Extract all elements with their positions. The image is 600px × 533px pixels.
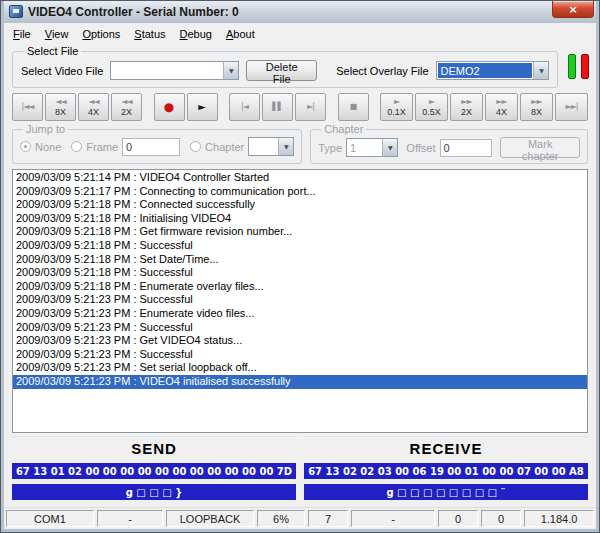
send-title: SEND	[12, 438, 296, 458]
log-list[interactable]: 2009/03/09 5:21:14 PM : VIDEO4 Controlle…	[12, 169, 588, 433]
status-loopback: LOOPBACK	[166, 510, 254, 527]
delete-file-button[interactable]: Delete File	[246, 60, 317, 81]
transport-rewind-4x-button[interactable]: ◄◄4X	[78, 93, 109, 121]
fast-forward-icon: ►►	[531, 97, 541, 107]
transport-stop-group: ■	[338, 93, 369, 121]
log-line[interactable]: 2009/03/09 5:21:18 PM : Initialising VID…	[13, 212, 587, 226]
chapter-offset-input[interactable]: 0	[440, 139, 493, 157]
log-line[interactable]: 2009/03/09 5:21:23 PM : Enumerate video …	[13, 307, 587, 321]
select-overlay-file-label: Select Overlay File	[336, 65, 428, 77]
transport-forward-8x-button[interactable]: ►►8X	[520, 93, 553, 121]
chapter-type-dropdown-button[interactable]: ▼	[382, 139, 397, 156]
jump-frame-input[interactable]: 0	[122, 138, 180, 156]
jump-to-group-title: Jump to	[23, 123, 68, 135]
jump-chapter-combo[interactable]: ▼	[248, 137, 294, 156]
transport-forward-4x-button[interactable]: ►►4X	[485, 93, 518, 121]
close-button[interactable]: ×	[552, 1, 594, 18]
log-line[interactable]: 2009/03/09 5:21:18 PM : Successful	[13, 239, 587, 253]
chevron-down-icon: ▼	[284, 143, 289, 150]
jump-to-group: Jump to None Frame 0 Chapter ▼	[12, 123, 302, 164]
log-line[interactable]: 2009/03/09 5:21:23 PM : Get VIDEO4 statu…	[13, 334, 587, 348]
log-line[interactable]: 2009/03/09 5:21:18 PM : Connected succes…	[13, 198, 587, 212]
fast-forward-icon: ►►	[496, 97, 506, 107]
transport-record-play-group: ● ►	[154, 93, 218, 121]
jump-chapter-row: Jump to None Frame 0 Chapter ▼ Chapter	[4, 123, 596, 164]
log-line[interactable]: 2009/03/09 5:21:23 PM : Successful	[13, 293, 587, 307]
skip-start-icon: |◄◄	[22, 102, 34, 112]
status-field-6: -	[351, 510, 435, 527]
jump-chapter-radio[interactable]	[190, 141, 201, 152]
record-icon: ●	[164, 101, 174, 113]
transport-skip-end-button[interactable]: ►►|	[555, 93, 588, 121]
overlay-combo-dropdown-button[interactable]: ▼	[533, 62, 548, 79]
select-video-file-value	[111, 62, 223, 79]
log-line[interactable]: 2009/03/09 5:21:18 PM : Set Date/Time...	[13, 253, 587, 267]
app-icon	[9, 5, 23, 18]
mark-chapter-button[interactable]: Mark chapter	[500, 137, 580, 158]
log-line-selected[interactable]: 2009/03/09 5:21:23 PM : VIDEO4 initialis…	[13, 375, 587, 389]
log-line[interactable]: 2009/03/09 5:21:17 PM : Connecting to co…	[13, 185, 587, 199]
step-back-icon: |◄	[241, 102, 248, 112]
receive-panel: RECEIVE 67 13 02 02 03 00 06 19 00 01 00…	[304, 436, 588, 500]
log-line[interactable]: 2009/03/09 5:21:23 PM : Successful	[13, 321, 587, 335]
fast-forward-icon: ►►	[461, 97, 471, 107]
jump-chapter-value	[249, 138, 278, 155]
stop-icon: ■	[350, 102, 357, 112]
menu-view[interactable]: View	[38, 25, 76, 43]
jump-none-radio[interactable]	[20, 141, 31, 152]
transport-pause-button[interactable]: ▌▌	[262, 93, 293, 121]
close-icon: ×	[568, 4, 577, 15]
select-file-group-title: Select File	[24, 45, 81, 57]
transport-play-button[interactable]: ►	[187, 93, 218, 121]
chevron-down-icon: ▼	[229, 67, 234, 74]
chapter-type-value: 1	[347, 139, 382, 156]
receive-title: RECEIVE	[304, 438, 588, 458]
chapter-group-title: Chapter	[321, 123, 366, 135]
menu-file[interactable]: File	[6, 25, 38, 43]
log-line[interactable]: 2009/03/09 5:21:23 PM : Set serial loopb…	[13, 361, 587, 375]
status-bar: COM1 - LOOPBACK 6% 7 - 0 0 1.184.0	[4, 507, 596, 529]
log-line[interactable]: 2009/03/09 5:21:14 PM : VIDEO4 Controlle…	[13, 171, 587, 185]
select-overlay-file-combo[interactable]: DEMO2 ▼	[436, 61, 550, 80]
transport-step-back-button[interactable]: |◄	[229, 93, 260, 121]
send-hex-display: 67 13 01 02 00 00 00 00 00 00 00 00 00 0…	[12, 463, 296, 479]
menu-debug[interactable]: Debug	[173, 25, 219, 43]
play-icon: ►	[198, 101, 206, 112]
transport-forward-0-5x-button[interactable]: ►0.5X	[415, 93, 448, 121]
transport-forward-2x-button[interactable]: ►►2X	[450, 93, 483, 121]
titlebar: VIDEO4 Controller - Serial Number: 0 ×	[4, 1, 596, 23]
transport-rewind-8x-button[interactable]: ◄◄8X	[45, 93, 76, 121]
menu-status[interactable]: Status	[127, 25, 172, 43]
transport-skip-start-button[interactable]: |◄◄	[12, 93, 43, 121]
jump-frame-radio[interactable]	[71, 141, 82, 152]
transport-step-forward-button[interactable]: ►|	[295, 93, 326, 121]
red-indicator	[581, 54, 589, 79]
select-video-file-label: Select Video File	[21, 65, 103, 77]
chevron-down-icon: ▼	[388, 144, 393, 151]
jump-chapter-dropdown-button[interactable]: ▼	[278, 138, 293, 155]
log-line[interactable]: 2009/03/09 5:21:18 PM : Successful	[13, 266, 587, 280]
status-version: 1.184.0	[524, 510, 594, 527]
chapter-type-combo[interactable]: 1 ▼	[346, 138, 398, 157]
skip-end-icon: ►►|	[566, 102, 578, 112]
log-line[interactable]: 2009/03/09 5:21:18 PM : Get firmware rev…	[13, 225, 587, 239]
log-line[interactable]: 2009/03/09 5:21:18 PM : Enumerate overla…	[13, 280, 587, 294]
video-combo-dropdown-button[interactable]: ▼	[223, 62, 238, 79]
transport-record-button[interactable]: ●	[154, 93, 185, 121]
send-panel: SEND 67 13 01 02 00 00 00 00 00 00 00 00…	[12, 436, 296, 500]
menu-about[interactable]: About	[219, 25, 262, 43]
app-window: VIDEO4 Controller - Serial Number: 0 × F…	[0, 0, 600, 533]
transport-step-group: |◄ ▌▌ ►|	[229, 93, 326, 121]
comm-panels: SEND 67 13 01 02 00 00 00 00 00 00 00 00…	[12, 436, 588, 500]
chapter-group: Chapter Type 1 ▼ Offset 0 Mark chapter	[310, 123, 588, 164]
status-zero-2: 0	[481, 510, 521, 527]
log-line[interactable]: 2009/03/09 5:21:23 PM : Successful	[13, 348, 587, 362]
select-file-group: Select File Select Video File ▼ Delete F…	[12, 45, 558, 88]
menu-options[interactable]: Options	[75, 25, 127, 43]
transport-rewind-2x-button[interactable]: ◄◄2X	[111, 93, 142, 121]
transport-stop-button[interactable]: ■	[338, 93, 369, 121]
select-video-file-combo[interactable]: ▼	[110, 61, 239, 80]
rewind-icon: ◄◄	[55, 97, 65, 107]
window-title: VIDEO4 Controller - Serial Number: 0	[28, 1, 547, 23]
transport-forward-0-1x-button[interactable]: ►0.1X	[380, 93, 413, 121]
